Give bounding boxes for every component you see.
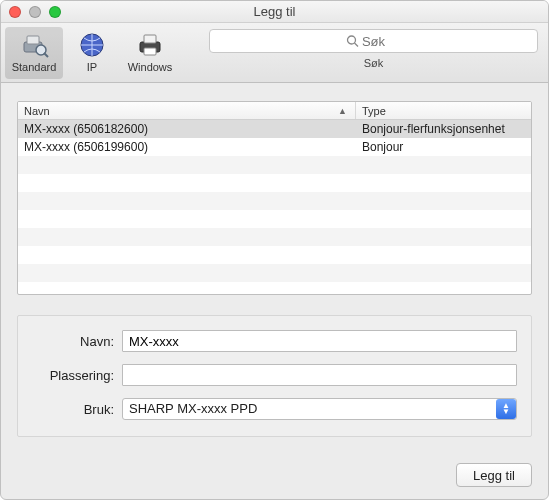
name-label: Navn: xyxy=(32,334,122,349)
zoom-window-button[interactable] xyxy=(49,6,61,18)
location-field[interactable] xyxy=(122,364,517,386)
printers-list: Navn ▲ Type MX-xxxx (6506182600) Bonjour… xyxy=(17,101,532,295)
svg-line-3 xyxy=(44,53,48,57)
close-window-button[interactable] xyxy=(9,6,21,18)
search-input[interactable] xyxy=(209,29,538,53)
cell-name: MX-xxxx (6506182600) xyxy=(18,122,356,136)
add-button[interactable]: Legg til xyxy=(456,463,532,487)
toolbar-tab-ip[interactable]: IP xyxy=(63,27,121,79)
titlebar: Legg til xyxy=(1,1,548,23)
window-title: Legg til xyxy=(1,4,548,19)
column-header-label: Type xyxy=(362,105,386,117)
svg-rect-7 xyxy=(144,48,156,55)
minimize-window-button[interactable] xyxy=(29,6,41,18)
footer: Legg til xyxy=(456,463,532,487)
list-header: Navn ▲ Type xyxy=(18,102,531,120)
chevron-up-down-icon: ▲▼ xyxy=(496,399,516,419)
printer-search-icon xyxy=(5,29,63,61)
column-header-type[interactable]: Type xyxy=(356,102,531,119)
globe-icon xyxy=(63,29,121,61)
toolbar-tab-standard[interactable]: Standard xyxy=(5,27,63,79)
use-select-value: SHARP MX-xxxx PPD xyxy=(122,398,517,420)
column-header-name[interactable]: Navn ▲ xyxy=(18,102,356,119)
cell-type: Bonjour-flerfunksjonsenhet xyxy=(356,122,531,136)
window-controls xyxy=(1,6,61,18)
toolbar-tab-label: IP xyxy=(63,61,121,73)
svg-rect-6 xyxy=(144,35,156,43)
use-select[interactable]: SHARP MX-xxxx PPD ▲▼ xyxy=(122,398,517,420)
table-row[interactable]: MX-xxxx (6506199600) Bonjour xyxy=(18,138,531,156)
cell-type: Bonjour xyxy=(356,140,531,154)
toolbar-tab-windows[interactable]: Windows xyxy=(121,27,179,79)
toolbar-tab-label: Standard xyxy=(5,61,63,73)
details-form: Navn: Plassering: Bruk: SHARP MX-xxxx PP… xyxy=(17,315,532,437)
sort-asc-icon: ▲ xyxy=(338,106,347,116)
svg-rect-1 xyxy=(27,36,39,44)
add-printer-window: Legg til Standard IP xyxy=(0,0,549,500)
list-body: MX-xxxx (6506182600) Bonjour-flerfunksjo… xyxy=(18,120,531,294)
toolbar-tab-label: Windows xyxy=(121,61,179,73)
search-label: Søk xyxy=(209,57,538,69)
table-row[interactable]: MX-xxxx (6506182600) Bonjour-flerfunksjo… xyxy=(18,120,531,138)
location-label: Plassering: xyxy=(32,368,122,383)
name-field[interactable] xyxy=(122,330,517,352)
column-header-label: Navn xyxy=(24,105,50,117)
cell-name: MX-xxxx (6506199600) xyxy=(18,140,356,154)
toolbar: Standard IP Windows xyxy=(1,23,548,83)
use-label: Bruk: xyxy=(32,402,122,417)
printer-icon xyxy=(121,29,179,61)
search-field-wrap xyxy=(209,29,538,53)
